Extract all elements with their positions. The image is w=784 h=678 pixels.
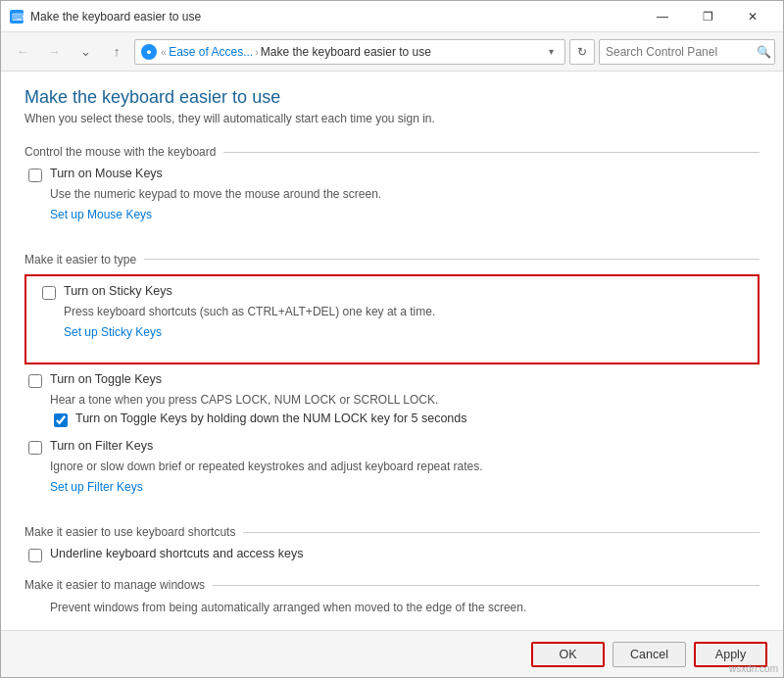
- address-dropdown-button[interactable]: ▾: [543, 44, 559, 60]
- underline-shortcuts-label[interactable]: Underline keyboard shortcuts and access …: [50, 547, 303, 560]
- mouse-keys-row: Turn on Mouse Keys: [24, 167, 760, 182]
- back-button[interactable]: ←: [9, 38, 36, 66]
- mouse-keys-description: Use the numeric keypad to move the mouse…: [50, 186, 760, 203]
- easier-type-header: Make it easier to type: [24, 253, 760, 266]
- mouse-keys-checkbox[interactable]: [28, 169, 42, 182]
- up-button[interactable]: ↑: [103, 38, 130, 66]
- recent-locations-button[interactable]: ⌄: [72, 38, 99, 66]
- breadcrumb-ease[interactable]: Ease of Acces...: [169, 45, 253, 59]
- toggle-keys-sub-row: Turn on Toggle Keys by holding down the …: [50, 412, 760, 427]
- breadcrumb: « Ease of Acces... › Make the keyboard e…: [161, 45, 431, 59]
- window-controls: — ❐ ✕: [640, 1, 775, 32]
- window-icon: ⌨: [9, 9, 24, 24]
- mouse-keys-label[interactable]: Turn on Mouse Keys: [50, 167, 163, 180]
- filter-keys-row: Turn on Filter Keys: [24, 439, 760, 455]
- filter-keys-label[interactable]: Turn on Filter Keys: [50, 439, 153, 453]
- ok-button[interactable]: OK: [531, 642, 605, 667]
- setup-filter-keys-link[interactable]: Set up Filter Keys: [50, 480, 143, 494]
- manage-windows-section: Make it easier to manage windows Prevent…: [24, 578, 760, 616]
- title-bar: ⌨ Make the keyboard easier to use — ❐ ✕: [1, 1, 783, 32]
- close-button[interactable]: ✕: [730, 1, 775, 32]
- sticky-keys-highlighted: Turn on Sticky Keys Press keyboard short…: [24, 274, 760, 364]
- mouse-keys-section: Control the mouse with the keyboard Turn…: [24, 145, 760, 237]
- sticky-keys-label[interactable]: Turn on Sticky Keys: [64, 284, 172, 298]
- toggle-keys-checkbox[interactable]: [28, 374, 42, 388]
- breadcrumb-current: Make the keyboard easier to use: [261, 45, 431, 59]
- toggle-keys-sub-label[interactable]: Turn on Toggle Keys by holding down the …: [75, 412, 467, 425]
- globe-icon: ●: [141, 44, 157, 60]
- keyboard-shortcuts-section: Make it easier to use keyboard shortcuts…: [24, 525, 760, 562]
- address-bar: ● « Ease of Acces... › Make the keyboard…: [134, 39, 565, 65]
- search-box: 🔍: [599, 39, 775, 65]
- manage-windows-description: Prevent windows from being automatically…: [50, 600, 760, 616]
- underline-shortcuts-row: Underline keyboard shortcuts and access …: [24, 547, 760, 562]
- sticky-keys-checkbox[interactable]: [42, 286, 56, 300]
- main-window: ⌨ Make the keyboard easier to use — ❐ ✕ …: [0, 0, 784, 678]
- search-icon: 🔍: [757, 45, 771, 59]
- restore-button[interactable]: ❐: [685, 1, 730, 32]
- minimize-button[interactable]: —: [640, 1, 685, 32]
- address-separator: «: [161, 46, 167, 58]
- page-title: Make the keyboard easier to use: [24, 87, 760, 108]
- underline-shortcuts-checkbox[interactable]: [28, 549, 42, 562]
- bottom-bar: OK Cancel Apply: [1, 630, 783, 677]
- toggle-keys-description: Hear a tone when you press CAPS LOCK, NU…: [50, 392, 760, 409]
- filter-keys-checkbox[interactable]: [28, 441, 42, 455]
- navigation-bar: ← → ⌄ ↑ ● « Ease of Acces... › Make the …: [1, 32, 783, 72]
- page-subtitle: When you select these tools, they will a…: [24, 112, 760, 125]
- window-title: Make the keyboard easier to use: [30, 10, 640, 24]
- easier-type-section: Make it easier to type Turn on Sticky Ke…: [24, 253, 760, 509]
- breadcrumb-separator: ›: [255, 46, 259, 58]
- svg-text:⌨: ⌨: [12, 12, 24, 23]
- refresh-button[interactable]: ↻: [569, 39, 595, 65]
- forward-button[interactable]: →: [40, 38, 68, 66]
- content-area: Make the keyboard easier to use When you…: [1, 72, 783, 630]
- manage-windows-header: Make it easier to manage windows: [24, 578, 760, 592]
- mouse-keys-header: Control the mouse with the keyboard: [24, 145, 760, 159]
- toggle-keys-label[interactable]: Turn on Toggle Keys: [50, 372, 162, 386]
- setup-sticky-keys-link[interactable]: Set up Sticky Keys: [64, 325, 162, 339]
- keyboard-shortcuts-header: Make it easier to use keyboard shortcuts: [24, 525, 760, 539]
- toggle-keys-sub-checkbox[interactable]: [54, 413, 68, 427]
- watermark: wsxdn.com: [729, 663, 778, 674]
- setup-mouse-keys-link[interactable]: Set up Mouse Keys: [50, 208, 152, 221]
- cancel-button[interactable]: Cancel: [612, 642, 686, 667]
- filter-keys-description: Ignore or slow down brief or repeated ke…: [50, 459, 760, 475]
- toggle-keys-row: Turn on Toggle Keys: [24, 372, 760, 388]
- sticky-keys-description: Press keyboard shortcuts (such as CTRL+A…: [64, 304, 746, 320]
- search-input[interactable]: [606, 45, 753, 59]
- sticky-keys-row: Turn on Sticky Keys: [38, 284, 746, 300]
